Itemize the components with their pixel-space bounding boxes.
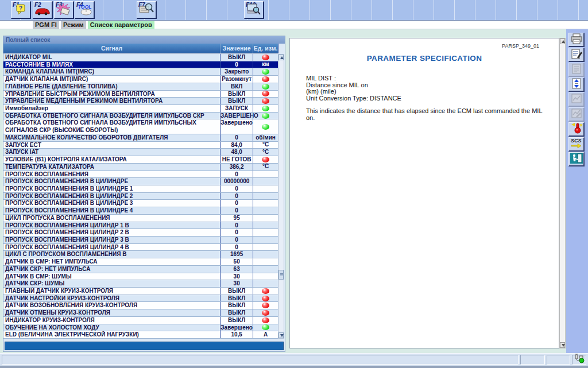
report-edit-button[interactable] <box>568 48 585 62</box>
table-row[interactable]: ELD (ВЕЛИЧИНА ЭЛЕКТРИЧЕСКОЙ НАГРУЗКИ) 10… <box>3 331 278 339</box>
unit-cell <box>253 193 278 200</box>
table-row[interactable]: ИНДИКАТОР MIL ВЫКЛ <box>3 54 278 61</box>
value-cell: 0 <box>220 134 253 141</box>
unit-cell <box>253 83 278 90</box>
signal-cell: ПРОПУСК ВОСПЛАМЕНЕНИЯ В ЦИЛИНДРЕ 2 <box>3 193 220 200</box>
table-row[interactable]: УПРАВЛЕНИЕ БЫСТРЫМ РЕЖИМОМ ВЕНТИЛЯТОРА В… <box>3 91 278 98</box>
table-row[interactable]: ОБУЧЕНИЕ НА ХОЛОСТОМ ХОДУ Завершено <box>3 324 278 332</box>
table-row[interactable]: ПРОПУСК ВОСПЛАМЕНЕНИЯ 0 <box>3 171 278 179</box>
help-balloon-icon: ? <box>15 4 26 18</box>
value-cell: ЗАПУСК <box>220 105 253 112</box>
value-cell: Завершено <box>220 324 253 331</box>
table-scrollbar[interactable] <box>278 54 284 339</box>
unit-cell <box>253 68 278 75</box>
thermometer-icon <box>570 122 583 136</box>
table-row[interactable]: ОБРАБОТКА ОТВЕТНОГО СИГНАЛА ВОЗБУДИТЕЛЯ … <box>3 119 278 134</box>
table-row[interactable]: ДАТЧИК СКР: ШУМЫ 30 <box>3 280 278 288</box>
scs-button[interactable]: SCS <box>568 137 585 152</box>
table-row[interactable]: ЦИКЛ С ПРОПУСКОМ ВОСПЛАМЕНЕНИЯ В 1695 <box>3 251 278 258</box>
breadcrumb-pgm-fi[interactable]: PGM FI <box>33 21 59 29</box>
unit-cell <box>253 222 278 229</box>
table-row[interactable]: ДАТЧИК СКР: НЕТ ИМПУЛЬСА 63 <box>3 266 278 273</box>
table-row[interactable]: ИНДИКАТОР КРУИЗ-КОНТРОЛЯ ВЫКЛ <box>3 317 278 324</box>
table-row[interactable]: ДАТЧИК ВОЗОБНОВЛЕНИЯ КРУИЗ-КОНТРОЛЯ ВЫКЛ <box>3 302 278 309</box>
table-row[interactable]: ЗАПУСК IAT 48,0 °C <box>3 149 278 156</box>
value-cell: 63 <box>220 266 253 273</box>
scroll-down-icon[interactable] <box>560 342 565 348</box>
table-row[interactable]: ЗАПУСК ECT 84,0 °C <box>3 142 278 149</box>
breadcrumb-parameter-list[interactable]: Список параметров <box>88 21 154 29</box>
table-row[interactable]: ТЕМПЕРАТУРА КАТАЛИЗАТОРА 386,2 °C <box>3 164 278 171</box>
table-row[interactable]: ПРОПУСК ВОСПЛАМЕНЕНИЯ ЦИЛИНДР 1 В 0 <box>3 222 278 230</box>
signal-cell: ПРОПУСК ВОСПЛАМЕНЕНИЯ ЦИЛИНДР 3 В <box>3 237 220 243</box>
exit-icon <box>570 152 583 166</box>
table-row[interactable]: ПРОПУСК ВОСПЛАМЕНЕНИЯ ЦИЛИНДР 4 В 0 <box>3 244 278 251</box>
scroll-up-icon[interactable] <box>560 38 565 44</box>
table-row[interactable]: УПРАВЛЕНИЕ МЕДЛЕННЫМ РЕЖИМОМ ВЕНТИЛЯТОРА… <box>3 98 278 105</box>
doc-scrollbar[interactable] <box>559 38 566 348</box>
spec-line: MIL DIST : <box>306 75 401 82</box>
table-row[interactable]: ПРОПУСК ВОСПЛАМЕНЕНИЯ В ЦИЛИНДРЕ 0000000… <box>3 178 278 185</box>
signal-cell: ДАТЧИК НАСТРОЙКИ КРУИЗ-КОНТРОЛЯ <box>3 295 220 302</box>
tool-box-button[interactable]: F4 TOOL <box>75 1 95 19</box>
unit-cell: °C <box>253 142 278 149</box>
table-row[interactable]: ПРОПУСК ВОСПЛАМЕНЕНИЯ В ЦИЛИНДРЕ 4 0 <box>3 207 278 215</box>
scroll-down-icon[interactable] <box>278 332 284 338</box>
table-row[interactable]: ПРОПУСК ВОСПЛАМЕНЕНИЯ ЦИЛИНДР 3 В 0 <box>3 237 278 244</box>
table-row[interactable]: ГЛАВНЫЙ ДАТЧИК КРУИЗ-КОНТРОЛЯ ВЫКЛ <box>3 288 278 295</box>
repair-tools-button[interactable]: F3 <box>54 1 74 19</box>
signal-cell: ПРОПУСК ВОСПЛАМЕНЕНИЯ В ЦИЛИНДРЕ <box>3 178 220 185</box>
value-cell: 30 <box>220 273 253 280</box>
value-cell: 0 <box>220 244 253 251</box>
connection-status-cell <box>572 355 586 365</box>
table-row[interactable]: ОБРАБОТКА ОТВЕТНОГО СИГНАЛА ВОЗБУДИТЕЛЯ … <box>3 113 278 120</box>
value-cell: 30 <box>220 280 253 287</box>
unit-cell <box>253 317 278 324</box>
table-row[interactable]: УСЛОВИЕ (В1) КОНТРОЛЯ КАТАЛИЗАТОРА НЕ ГО… <box>3 156 278 164</box>
table-row[interactable]: ПРОПУСК ВОСПЛАМЕНЕНИЯ В ЦИЛИНДРЕ 2 0 <box>3 193 278 200</box>
breadcrumb-mode[interactable]: Режим <box>61 21 86 29</box>
page-scroll-button[interactable] <box>568 78 585 92</box>
help-button[interactable]: F1 ? <box>11 1 31 19</box>
table-row[interactable]: ГЛАВНОЕ РЕЛЕ (ДАВЛЕНИЕ ТОПЛИВА) ВКЛ <box>3 83 278 91</box>
table-header: Сигнал Значение Ед. изм. <box>3 44 278 53</box>
scrollbar-thumb[interactable] <box>278 270 284 280</box>
svg-text:TOOL: TOOL <box>78 4 91 10</box>
thermometer-button[interactable] <box>568 122 585 137</box>
table-row[interactable]: ДАТЧИК КЛАПАНА IMT(IMRC) Разомкнут <box>3 76 278 83</box>
signal-cell: ТЕМПЕРАТУРА КАТАЛИЗАТОРА <box>3 164 220 171</box>
table-row[interactable]: ПРОПУСК ВОСПЛАМЕНЕНИЯ В ЦИЛИНДРЕ 1 0 <box>3 185 278 193</box>
table-row[interactable]: Иммобилайзер ЗАПУСК <box>3 105 278 113</box>
table-row[interactable]: ДАТЧИК В СМР: ШУМЫ 30 <box>3 273 278 281</box>
table-row[interactable]: ЦИКЛ ПРОПУСКА ВОСПЛАМЕНЕНИЯ 95 <box>3 215 278 222</box>
signal-cell: ГЛАВНЫЙ ДАТЧИК КРУИЗ-КОНТРОЛЯ <box>3 288 220 295</box>
graph-record-icon <box>570 108 583 121</box>
signal-cell: УПРАВЛЕНИЕ МЕДЛЕННЫМ РЕЖИМОМ ВЕНТИЛЯТОРА <box>3 98 220 104</box>
status-cell <box>520 355 545 365</box>
unit-cell <box>253 207 278 214</box>
table-row[interactable]: ДАТЧИК ОТМЕНЫ КРУИЗ-КОНТРОЛЯ ВЫКЛ <box>3 309 278 317</box>
red-status-light-icon <box>262 296 269 301</box>
column-header-unit: Ед. изм. <box>253 44 278 53</box>
red-status-light-icon <box>262 76 269 82</box>
unit-cell: °C <box>253 164 278 171</box>
table-row[interactable]: ПРОПУСК ВОСПЛАМЕНЕНИЯ В ЦИЛИНДРЕ 3 0 <box>3 200 278 207</box>
red-status-light-icon <box>262 310 269 316</box>
value-cell: 00000000 <box>220 178 253 185</box>
table-row[interactable]: КОМАНДА КЛАПАНА IMT(IMRC) Закрыто <box>3 68 278 76</box>
value-cell: 0 <box>220 185 253 192</box>
repair-tools-icon <box>56 3 71 18</box>
table-row[interactable]: РАССТОЯНИЕ В МИЛЯХ 0 км <box>3 61 278 69</box>
scroll-up-icon[interactable] <box>278 55 284 60</box>
system-check-button[interactable]: F12 <box>244 1 264 19</box>
table-row[interactable]: МАКСИМАЛЬНОЕ КОЛИЧЕСТВО ОБОРОТОВ ДВИГАТЕ… <box>3 134 278 142</box>
table-row[interactable]: ПРОПУСК ВОСПЛАМЕНЕНИЯ ЦИЛИНДР 2 В 0 <box>3 229 278 237</box>
unit-cell: об/мин <box>253 134 278 141</box>
exit-button[interactable] <box>568 152 585 166</box>
table-row[interactable]: ДАТЧИК В СМР: НЕТ ИМПУЛЬСА 50 <box>3 258 278 266</box>
reference-search-button[interactable]: F7 <box>137 1 157 19</box>
table-row[interactable]: ДАТЧИК НАСТРОЙКИ КРУИЗ-КОНТРОЛЯ ВЫКЛ <box>3 295 278 303</box>
vehicle-button[interactable]: F2 <box>33 1 53 19</box>
print-button[interactable] <box>568 33 585 47</box>
value-cell: 0 <box>220 193 253 200</box>
